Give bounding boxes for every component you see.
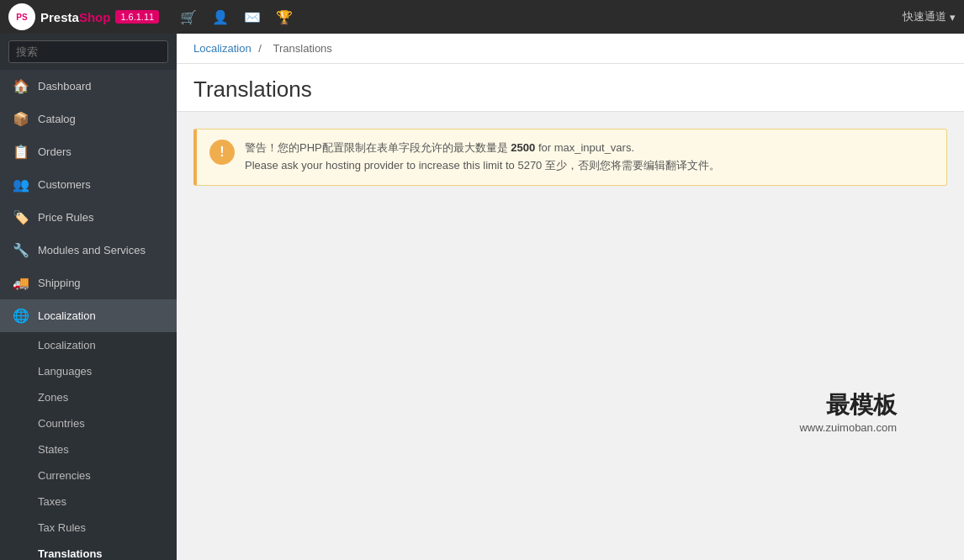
modules-icon: 🔧: [13, 242, 29, 258]
submenu-languages[interactable]: Languages: [0, 358, 177, 384]
orders-icon: 📋: [13, 144, 29, 160]
nav-icons: 🛒 👤 ✉️ 🏆: [180, 9, 293, 25]
submenu-localization[interactable]: Localization: [0, 332, 177, 358]
search-box: [0, 34, 177, 70]
brand-logo-area: PS PrestaShop 1.6.1.11: [8, 3, 159, 30]
trophy-icon[interactable]: 🏆: [276, 9, 293, 25]
sidebar-item-price-rules[interactable]: 🏷️ Price Rules: [0, 201, 177, 234]
quick-access-label: 快速通道: [903, 9, 946, 24]
sidebar-label-shipping: Shipping: [38, 277, 81, 289]
localization-icon: 🌐: [13, 308, 29, 324]
dashboard-icon: 🏠: [13, 78, 29, 94]
quick-access-chevron: ▾: [950, 11, 956, 24]
sidebar-label-catalog: Catalog: [38, 113, 76, 125]
alert-text: 警告！您的PHP配置限制在表单字段允许的最大数量是 2500 for max_i…: [245, 140, 720, 175]
quick-access-menu[interactable]: 快速通道 ▾: [903, 9, 956, 24]
sidebar-label-localization: Localization: [38, 309, 96, 322]
sidebar-item-catalog[interactable]: 📦 Catalog: [0, 103, 177, 135]
top-navbar: PS PrestaShop 1.6.1.11 🛒 👤 ✉️ 🏆 快速通道 ▾: [0, 0, 964, 34]
brand-logo-icon: PS: [8, 3, 35, 30]
search-input[interactable]: [8, 40, 168, 63]
alert-highlight: 2500: [511, 141, 535, 154]
person-icon[interactable]: 👤: [212, 9, 229, 25]
alert-line2: Please ask your hosting provider to incr…: [245, 157, 720, 175]
submenu-states[interactable]: States: [0, 436, 177, 462]
breadcrumb-separator: /: [258, 42, 264, 55]
sidebar-item-dashboard[interactable]: 🏠 Dashboard: [0, 70, 177, 103]
shipping-icon: 🚚: [13, 275, 29, 291]
sidebar-item-shipping[interactable]: 🚚 Shipping: [0, 267, 177, 299]
page-content: ! 警告！您的PHP配置限制在表单字段允许的最大数量是 2500 for max…: [177, 112, 964, 203]
sidebar: 🏠 Dashboard 📦 Catalog 📋 Orders 👥 Custome…: [0, 34, 177, 560]
submenu-countries[interactable]: Countries: [0, 410, 177, 436]
localization-submenu: Localization Languages Zones Countries S…: [0, 332, 177, 560]
alert-line1: 警告！您的PHP配置限制在表单字段允许的最大数量是 2500 for max_i…: [245, 140, 720, 157]
sidebar-label-dashboard: Dashboard: [38, 80, 92, 92]
alert-warning-icon: !: [209, 140, 235, 165]
submenu-zones[interactable]: Zones: [0, 384, 177, 410]
alert-warning: ! 警告！您的PHP配置限制在表单字段允许的最大数量是 2500 for max…: [193, 129, 947, 186]
sidebar-label-orders: Orders: [38, 145, 72, 158]
sidebar-label-customers: Customers: [38, 178, 91, 191]
sidebar-label-price-rules: Price Rules: [38, 211, 93, 224]
page-title: Translations: [193, 77, 947, 103]
sidebar-item-modules[interactable]: 🔧 Modules and Services: [0, 234, 177, 267]
brand-presta: Presta: [40, 10, 79, 24]
submenu-taxes[interactable]: Taxes: [0, 489, 177, 515]
main-layout: 🏠 Dashboard 📦 Catalog 📋 Orders 👥 Custome…: [0, 34, 964, 560]
brand-shop: Shop: [79, 10, 111, 24]
sidebar-item-customers[interactable]: 👥 Customers: [0, 168, 177, 201]
content-area: Localization / Translations Translations…: [177, 34, 964, 560]
cart-icon[interactable]: 🛒: [180, 9, 197, 25]
sidebar-item-orders[interactable]: 📋 Orders: [0, 135, 177, 168]
version-badge: 1.6.1.11: [115, 10, 159, 24]
customers-icon: 👥: [13, 177, 29, 193]
sidebar-item-localization[interactable]: 🌐 Localization: [0, 299, 177, 332]
mail-icon[interactable]: ✉️: [244, 9, 261, 25]
breadcrumb-parent[interactable]: Localization: [193, 42, 252, 55]
breadcrumb: Localization / Translations: [177, 34, 964, 64]
submenu-currencies[interactable]: Currencies: [0, 462, 177, 489]
catalog-icon: 📦: [13, 111, 29, 127]
submenu-tax-rules[interactable]: Tax Rules: [0, 515, 177, 541]
page-header: Translations: [177, 64, 964, 112]
breadcrumb-current: Translations: [273, 42, 332, 55]
brand-name: PrestaShop: [40, 10, 110, 24]
price-rules-icon: 🏷️: [13, 209, 29, 225]
sidebar-label-modules: Modules and Services: [38, 244, 146, 256]
submenu-translations[interactable]: Translations: [0, 541, 177, 560]
